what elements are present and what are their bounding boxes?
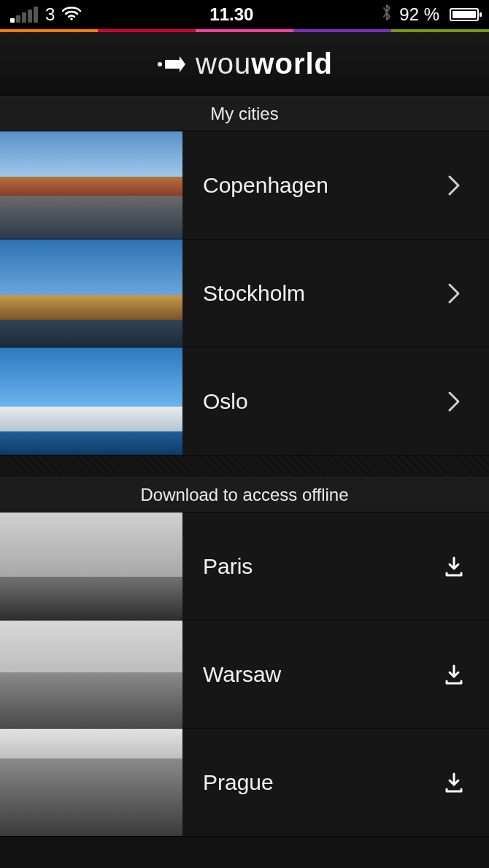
my-cities-header: My cities [0,96,489,131]
city-row-stockholm[interactable]: Stockholm [0,239,489,347]
download-icon[interactable] [438,772,470,794]
city-label: Oslo [203,389,438,414]
brand-prefix: wou [196,47,251,80]
battery-icon [450,8,479,21]
bluetooth-icon [382,4,392,26]
wifi-icon [62,4,81,25]
svg-point-1 [158,62,162,66]
battery-percent: 92 % [399,4,439,25]
chevron-right-icon [438,283,470,304]
status-left: 3 [10,4,81,25]
city-label: Prague [203,770,438,795]
city-thumb [0,621,182,728]
brand-suffix: world [251,47,333,80]
city-thumb [0,512,182,620]
download-icon[interactable] [438,556,470,577]
status-bar: 3 11.30 92 % [0,0,489,29]
city-thumb [0,131,182,239]
chevron-right-icon [438,174,470,196]
city-row-copenhagen[interactable]: Copenhagen [0,131,489,239]
carrier-label: 3 [45,4,55,25]
status-time: 11.30 [81,4,382,25]
city-row-warsaw[interactable]: Warsaw [0,621,489,729]
city-label: Warsaw [203,662,438,687]
brand: wouworld [156,47,333,80]
app-title-bar: wouworld [0,32,489,96]
section-divider [0,456,489,477]
chevron-right-icon [438,391,470,412]
city-row-oslo[interactable]: Oslo [0,347,489,456]
download-header: Download to access offline [0,477,489,512]
download-icon[interactable] [438,664,470,685]
signal-strength-icon [10,7,38,23]
city-label: Stockholm [203,281,438,306]
status-right: 92 % [382,4,479,26]
city-row-paris[interactable]: Paris [0,512,489,621]
city-label: Paris [203,554,438,579]
city-row-prague[interactable]: Prague [0,729,489,837]
city-label: Copenhagen [203,173,438,198]
svg-point-0 [71,18,74,20]
city-thumb [0,729,182,836]
city-thumb [0,347,182,455]
arrow-right-icon [156,53,185,75]
city-thumb [0,239,182,347]
